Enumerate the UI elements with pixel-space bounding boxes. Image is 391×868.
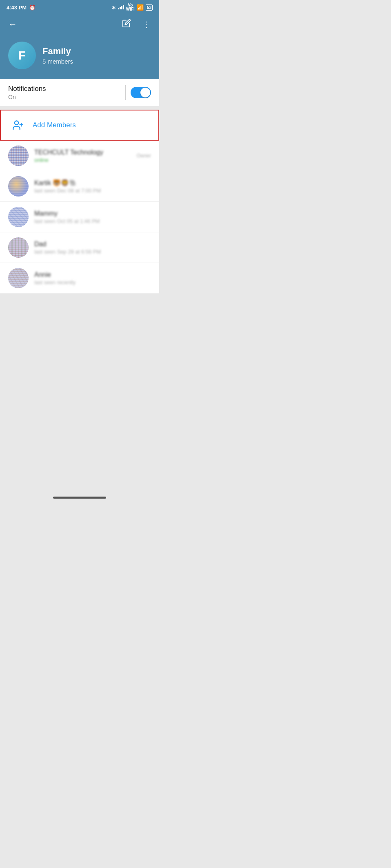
vo-wifi-icon: Vo WiFi bbox=[126, 3, 135, 11]
notif-divider bbox=[125, 85, 126, 100]
wifi-icon: 📶 bbox=[137, 4, 144, 11]
member-status-4: last seen recently bbox=[34, 279, 151, 285]
member-info-3: Dad last seen Sep 29 at 6:56 PM bbox=[34, 241, 151, 255]
group-avatar: F bbox=[8, 42, 36, 69]
group-info: Family 5 members bbox=[42, 46, 73, 64]
notifications-status: On bbox=[8, 94, 46, 100]
toggle-knob bbox=[140, 88, 150, 97]
member-name-1: Kartik 🐯🦁🐘 bbox=[34, 179, 151, 187]
member-status-1: last seen Dec 08 at 7:00 PM bbox=[34, 188, 151, 194]
nav-actions: ⋮ bbox=[120, 17, 153, 32]
member-avatar-4 bbox=[8, 268, 29, 288]
member-badge-0: Owner bbox=[137, 153, 151, 159]
notifications-label-area: Notifications On bbox=[8, 85, 46, 100]
member-name-2: Mammy bbox=[34, 210, 151, 217]
member-status-0: online bbox=[34, 157, 131, 163]
add-members-icon bbox=[9, 116, 27, 134]
status-time-area: 4:43 PM ⏰ bbox=[7, 4, 36, 11]
member-info-4: Annie last seen recently bbox=[34, 271, 151, 285]
home-bar bbox=[53, 497, 106, 499]
signal-icon bbox=[118, 5, 124, 9]
status-bar: 4:43 PM ⏰ ∗ Vo WiFi 📶 53 bbox=[0, 0, 159, 14]
section-separator bbox=[0, 106, 159, 110]
member-item[interactable]: Kartik 🐯🦁🐘 last seen Dec 08 at 7:00 PM bbox=[0, 171, 159, 202]
edit-button[interactable] bbox=[120, 17, 133, 32]
home-indicator bbox=[0, 489, 159, 506]
member-name-4: Annie bbox=[34, 271, 151, 278]
member-status-3: last seen Sep 29 at 6:56 PM bbox=[34, 249, 151, 255]
member-item[interactable]: TECHCULT Technology online Owner bbox=[0, 141, 159, 171]
member-status-2: last seen Oct 05 at 1:46 PM bbox=[34, 218, 151, 224]
group-header: F Family 5 members bbox=[0, 38, 159, 79]
alarm-icon: ⏰ bbox=[29, 4, 36, 11]
more-options-button[interactable]: ⋮ bbox=[141, 18, 153, 31]
member-avatar-3 bbox=[8, 237, 29, 258]
member-avatar-2 bbox=[8, 207, 29, 227]
notifications-row[interactable]: Notifications On bbox=[0, 79, 159, 106]
member-avatar-1 bbox=[8, 176, 29, 197]
notifications-right bbox=[125, 85, 151, 100]
nav-bar: ← ⋮ bbox=[0, 14, 159, 38]
add-members-label: Add Members bbox=[33, 121, 76, 129]
group-members-count: 5 members bbox=[42, 58, 73, 65]
member-info-0: TECHCULT Technology online bbox=[34, 149, 131, 163]
empty-bottom-area bbox=[0, 294, 159, 489]
member-name-3: Dad bbox=[34, 241, 151, 248]
status-time: 4:43 PM bbox=[7, 4, 27, 11]
svg-point-0 bbox=[15, 121, 18, 125]
member-item[interactable]: Mammy last seen Oct 05 at 1:46 PM bbox=[0, 202, 159, 232]
add-person-icon bbox=[12, 119, 24, 131]
bluetooth-icon: ∗ bbox=[111, 4, 116, 11]
back-button[interactable]: ← bbox=[7, 18, 19, 31]
notifications-label: Notifications bbox=[8, 85, 46, 93]
member-info-1: Kartik 🐯🦁🐘 last seen Dec 08 at 7:00 PM bbox=[34, 179, 151, 194]
add-members-row[interactable]: Add Members bbox=[0, 110, 159, 141]
notifications-toggle[interactable] bbox=[131, 87, 151, 98]
member-item[interactable]: Dad last seen Sep 29 at 6:56 PM bbox=[0, 232, 159, 263]
content-area: Notifications On Add Members TECH bbox=[0, 79, 159, 489]
member-name-0: TECHCULT Technology bbox=[34, 149, 131, 156]
member-item[interactable]: Annie last seen recently bbox=[0, 263, 159, 294]
battery-icon: 53 bbox=[146, 4, 153, 11]
group-name: Family bbox=[42, 46, 73, 57]
member-info-2: Mammy last seen Oct 05 at 1:46 PM bbox=[34, 210, 151, 224]
member-avatar-0 bbox=[8, 146, 29, 166]
status-icons: ∗ Vo WiFi 📶 53 bbox=[111, 3, 153, 11]
